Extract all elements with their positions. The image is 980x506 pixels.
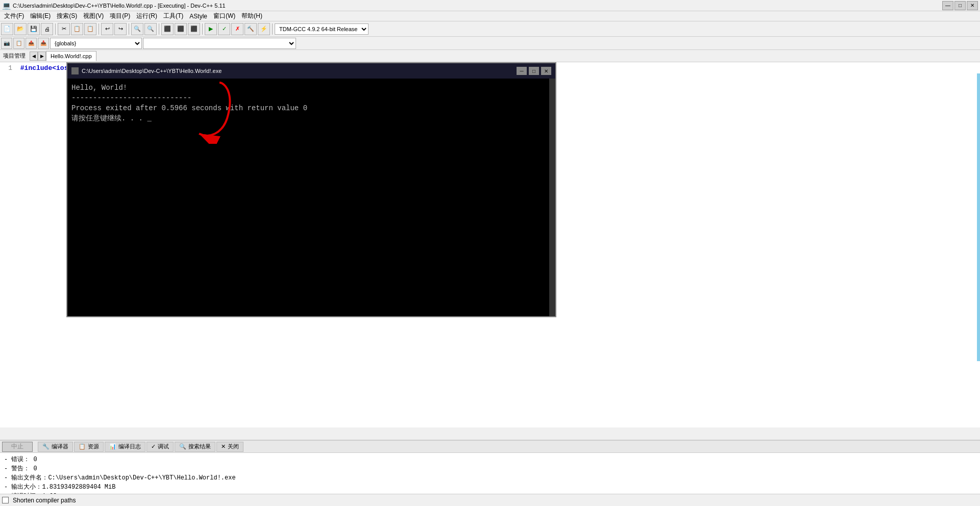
menu-item-R[interactable]: 运行(R) <box>133 11 160 21</box>
run-btn[interactable]: ▶ <box>205 23 217 35</box>
compiler-select[interactable]: TDM-GCC 4.9.2 64-bit Release <box>275 23 369 35</box>
maximize-button[interactable]: □ <box>954 1 966 10</box>
paste-btn[interactable]: 📋 <box>84 23 96 35</box>
tab-label-5: 关闭 <box>228 443 239 450</box>
close-button[interactable]: ✕ <box>967 1 978 10</box>
menu-bar: 文件(F)编辑(E)搜索(S)视图(V)项目(P)运行(R)工具(T)AStyl… <box>0 11 980 21</box>
redo-btn[interactable]: ↪ <box>114 23 127 35</box>
console-line-2: Process exited after 0.5966 seconds with… <box>71 103 551 113</box>
menu-item-E[interactable]: 编辑(E) <box>27 11 54 21</box>
sep1 <box>55 23 56 35</box>
bottom-tab-3[interactable]: ✓调试 <box>146 442 174 452</box>
toolbar2: 📷 📋 📤 📥 {globals} <box>0 37 980 50</box>
tab-prev[interactable]: ◀ <box>30 52 38 61</box>
bottom-tab-5[interactable]: ✕关闭 <box>216 442 243 452</box>
tab-icon-1: 📋 <box>79 443 86 450</box>
tab-icon-0: 🔧 <box>42 443 50 450</box>
title-controls: — □ ✕ <box>942 1 978 10</box>
tab-bar: 项目管理 ◀ ▶ Hello.World!.cpp <box>0 50 980 62</box>
new-btn[interactable]: 📄 <box>1 23 13 35</box>
tab-label-3: 调试 <box>158 443 169 450</box>
console-app-icon <box>71 67 79 74</box>
debug-btn3[interactable]: 📤 <box>26 38 37 49</box>
console-maximize[interactable]: □ <box>529 67 539 75</box>
console-scrollbar-thumb[interactable] <box>549 79 555 99</box>
menu-item-P[interactable]: 项目(P) <box>107 11 133 21</box>
bottom-tab-4[interactable]: 🔍搜索结果 <box>175 442 215 452</box>
tab-next[interactable]: ▶ <box>38 52 46 61</box>
menu-item-S[interactable]: 搜索(S) <box>54 11 80 21</box>
sep6 <box>272 23 273 35</box>
console-scrollbar[interactable] <box>549 79 555 316</box>
find-btn[interactable]: 🔍 <box>131 23 143 35</box>
bottom-tab-bar: 中止 🔧编译器📋资源📊编译日志✓调试🔍搜索结果✕关闭 <box>0 441 980 453</box>
minimize-button[interactable]: — <box>942 1 953 10</box>
function-select[interactable] <box>143 38 296 49</box>
console-minimize[interactable]: ─ <box>517 67 527 75</box>
replace-btn[interactable]: 🔍 <box>144 23 157 35</box>
bottom-panel: 中止 🔧编译器📋资源📊编译日志✓调试🔍搜索结果✕关闭 - 错误： 0- 警告： … <box>0 440 980 506</box>
console-window: C:\Users\admin\Desktop\Dev-C++\YBT\Hello… <box>66 62 556 317</box>
tab-label-1: 资源 <box>88 443 99 450</box>
grid3-btn[interactable]: ⬛ <box>188 23 200 35</box>
check-btn[interactable]: ✓ <box>218 23 230 35</box>
sep3 <box>129 23 129 35</box>
scope-select[interactable]: {globals} <box>50 38 142 49</box>
right-side-bar <box>977 73 980 361</box>
tab-icon-4: 🔍 <box>179 443 186 450</box>
tab-icon-3: ✓ <box>151 443 156 450</box>
menu-item-W[interactable]: 窗口(W) <box>210 11 238 21</box>
cut-btn[interactable]: ✂ <box>58 23 70 35</box>
file-tab[interactable]: Hello.World!.cpp <box>46 51 96 61</box>
title-text: C:\Users\admin\Desktop\Dev-C++\YBT\Hello… <box>13 3 226 9</box>
undo-btn[interactable]: ↩ <box>101 23 113 35</box>
title-bar: 💻 C:\Users\admin\Desktop\Dev-C++\YBT\Hel… <box>0 0 980 11</box>
output-line-3: - 输出大小：1.83193492889404 MiB <box>4 483 976 492</box>
sep2 <box>99 23 99 35</box>
output-line-1: - 警告： 0 <box>4 464 976 473</box>
debug-btn2[interactable]: 📋 <box>13 38 24 49</box>
menu-item-H[interactable]: 帮助(H) <box>238 11 265 21</box>
build-btn[interactable]: 🔨 <box>244 23 257 35</box>
shorten-label: Shorten compiler paths <box>13 497 76 504</box>
console-body: Hello, World! --------------------------… <box>67 79 555 316</box>
tab-label-2: 编译日志 <box>118 443 141 450</box>
sep4 <box>159 23 159 35</box>
copy-btn[interactable]: 📋 <box>71 23 83 35</box>
bottom-tab-2[interactable]: 📊编译日志 <box>105 442 145 452</box>
print-btn[interactable]: 🖨 <box>41 23 53 35</box>
grid2-btn[interactable]: ⬛ <box>175 23 187 35</box>
bottom-tab-1[interactable]: 📋资源 <box>74 442 104 452</box>
debug-btn4[interactable]: 📥 <box>38 38 49 49</box>
console-close[interactable]: ✕ <box>541 67 551 75</box>
console-titlebar: C:\Users\admin\Desktop\Dev-C++\YBT\Hello… <box>67 63 555 79</box>
exec-btn[interactable]: ⚡ <box>258 23 270 35</box>
console-line-3: 请按任意键继续. . . _ <box>71 113 551 123</box>
project-tab-label[interactable]: 项目管理 <box>1 52 28 60</box>
title-bar-left: 💻 C:\Users\admin\Desktop\Dev-C++\YBT\Hel… <box>2 2 226 10</box>
save-btn[interactable]: 💾 <box>28 23 40 35</box>
abort-area: 中止 <box>2 442 33 452</box>
menu-item-T[interactable]: 工具(T) <box>160 11 186 21</box>
tab-label-0: 编译器 <box>52 443 68 450</box>
tab-icon-5: ✕ <box>221 443 226 450</box>
open-btn[interactable]: 📂 <box>14 23 27 35</box>
console-line-1: Hello, World! <box>71 83 551 93</box>
menu-item-F[interactable]: 文件(F) <box>1 11 27 21</box>
menu-item-V[interactable]: 视图(V) <box>80 11 107 21</box>
grid1-btn[interactable]: ⬛ <box>161 23 174 35</box>
output-line-0: - 错误： 0 <box>4 455 976 464</box>
tab-icon-2: 📊 <box>109 443 116 450</box>
line-number-1: 1 <box>2 64 12 72</box>
menu-item-AStyle[interactable]: AStyle <box>186 12 210 21</box>
bottom-tab-0[interactable]: 🔧编译器 <box>38 442 73 452</box>
shorten-paths-checkbox[interactable] <box>2 497 9 503</box>
bottom-footer: Shorten compiler paths <box>0 494 980 506</box>
debug-btn1[interactable]: 📷 <box>1 38 12 49</box>
abort-button[interactable]: 中止 <box>2 442 33 452</box>
tab-label-4: 搜索结果 <box>188 443 211 450</box>
console-title: C:\Users\admin\Desktop\Dev-C++\YBT\Hello… <box>71 67 222 74</box>
console-title-text: C:\Users\admin\Desktop\Dev-C++\YBT\Hello… <box>82 68 222 74</box>
stop-btn[interactable]: ✗ <box>231 23 243 35</box>
main-editor-area: 1 #include<iostream> C:\Users\admin\Desk… <box>0 62 980 427</box>
